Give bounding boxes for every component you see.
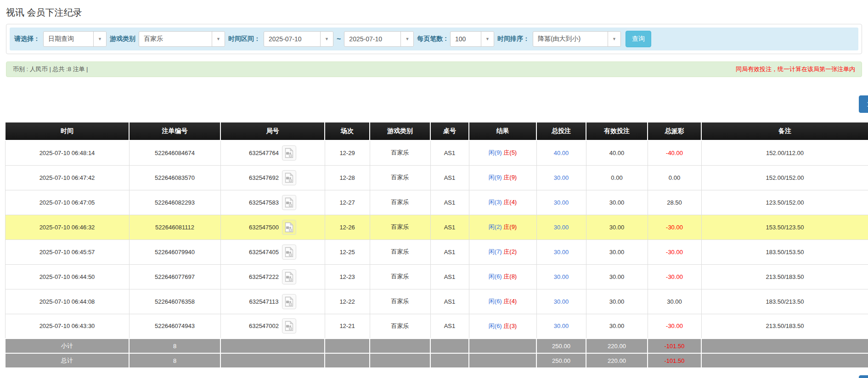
time-range-label: 时间区间： xyxy=(228,35,260,43)
video-record-button[interactable] xyxy=(282,195,296,210)
sort-order-select[interactable]: 降冪(由大到小) ▼ xyxy=(533,31,621,47)
video-record-button[interactable] xyxy=(282,269,296,284)
total-value-cell: 250.00 xyxy=(536,353,586,368)
date-to-value: 2025-07-10 xyxy=(344,32,400,46)
total-value-cell: 8 xyxy=(129,339,220,353)
total-label-cell: 小计 xyxy=(5,339,129,353)
game-type-cell: 百家乐 xyxy=(370,140,430,165)
video-record-icon xyxy=(284,296,294,307)
per-page-select[interactable]: 100 ▼ xyxy=(450,31,494,47)
chevron-down-icon[interactable]: ▼ xyxy=(93,32,106,46)
total-value-cell xyxy=(370,353,430,368)
table-no-cell: AS1 xyxy=(430,165,469,190)
valid-bet-cell: 30.00 xyxy=(586,239,648,264)
bet-id-cell: 522646083570 xyxy=(129,165,220,190)
total-bet-link[interactable]: 30.00 xyxy=(554,298,569,305)
video-record-button[interactable] xyxy=(282,294,296,309)
video-record-icon xyxy=(284,197,294,208)
payout-cell: -30.00 xyxy=(648,314,701,339)
video-record-button[interactable] xyxy=(282,245,296,260)
search-button[interactable]: 查询 xyxy=(626,31,651,47)
total-bet-cell: 40.00 xyxy=(536,140,586,165)
round-id-text: 632547500 xyxy=(249,224,279,231)
video-record-button[interactable] xyxy=(282,170,296,185)
video-record-icon xyxy=(284,222,294,233)
chevron-down-icon[interactable]: ▼ xyxy=(608,32,620,46)
result-banker-text: 庄(5) xyxy=(503,149,517,156)
table-no-cell: AS1 xyxy=(430,215,469,239)
round-id-text: 632547764 xyxy=(249,150,279,156)
column-header: 场次 xyxy=(325,122,370,140)
result-cell: 闲(6) 庄(3) xyxy=(469,314,536,339)
filter-type-select[interactable]: 日期查询 ▼ xyxy=(43,31,107,47)
round-id-cell: 632547002 xyxy=(220,314,325,339)
video-record-button[interactable] xyxy=(282,145,296,161)
round-id-cell: 632547405 xyxy=(220,239,325,264)
chevron-down-icon[interactable]: ▼ xyxy=(320,32,333,46)
round-id-cell: 632547764 xyxy=(220,140,325,165)
bet-record-row: 2025-07-10 06:45:57522646079940632547405… xyxy=(5,239,868,264)
table-no-cell: AS1 xyxy=(430,140,469,165)
date-from-input[interactable]: 2025-07-10 ▼ xyxy=(264,31,333,47)
result-cell: 闲(3) 庄(4) xyxy=(469,190,536,215)
valid-bet-cell: 30.00 xyxy=(586,314,648,339)
video-record-button[interactable] xyxy=(282,220,296,235)
round-id-cell: 632547222 xyxy=(220,264,325,289)
bet-record-row: 2025-07-10 06:48:14522646084674632547764… xyxy=(5,140,868,165)
note-cell: 213.50/183.50 xyxy=(701,264,868,289)
page-title: 视讯 会员下注纪录 xyxy=(6,6,868,19)
valid-bet-notice-text: 同局有效投注，统一计算在该局第一张注单内 xyxy=(736,65,855,73)
total-bet-link[interactable]: 30.00 xyxy=(554,224,569,231)
round-id-text: 632547222 xyxy=(249,273,279,280)
note-cell: 152.00/112.00 xyxy=(701,140,868,165)
game-type-cell: 百家乐 xyxy=(370,190,430,215)
result-cell: 闲(9) 庄(5) xyxy=(469,140,536,165)
chevron-down-icon[interactable]: ▼ xyxy=(481,32,494,46)
time-cell: 2025-07-10 06:47:42 xyxy=(5,165,129,190)
round-id-cell: 632547692 xyxy=(220,165,325,190)
table-header-row: 时间注单编号局号场次游戏类别桌号结果总投注有效投注总派彩备注 xyxy=(5,122,868,140)
game-type-cell: 百家乐 xyxy=(370,289,430,314)
date-to-input[interactable]: 2025-07-10 ▼ xyxy=(344,31,414,47)
video-record-icon xyxy=(284,321,294,331)
total-value-cell: 220.00 xyxy=(586,353,648,368)
video-record-button[interactable] xyxy=(282,318,296,334)
total-bet-link[interactable]: 30.00 xyxy=(554,199,569,206)
payout-cell: 30.00 xyxy=(648,289,701,314)
total-bet-cell: 30.00 xyxy=(536,190,586,215)
time-cell: 2025-07-10 06:48:14 xyxy=(5,140,129,165)
session-cell: 12-28 xyxy=(325,165,370,190)
pagination-page-button[interactable]: 1 xyxy=(859,95,868,113)
note-cell: 213.50/183.50 xyxy=(701,314,868,339)
note-cell: 123.50/152.00 xyxy=(701,190,868,215)
bet-record-row: 2025-07-10 06:46:32522646081112632547500… xyxy=(5,215,868,239)
column-header: 游戏类别 xyxy=(370,122,430,140)
chevron-down-icon[interactable]: ▼ xyxy=(400,32,413,46)
total-bet-link[interactable]: 40.00 xyxy=(554,150,569,156)
payout-cell: -30.00 xyxy=(648,215,701,239)
total-value-cell: 250.00 xyxy=(536,339,586,353)
currency-total-text: 币别 : 人民币 | 总共 :8 注单 | xyxy=(13,65,88,73)
table-no-cell: AS1 xyxy=(430,190,469,215)
total-bet-link[interactable]: 30.00 xyxy=(554,174,569,181)
round-id-cell: 632547583 xyxy=(220,190,325,215)
total-bet-link[interactable]: 30.00 xyxy=(554,273,569,280)
result-cell: 闲(7) 庄(2) xyxy=(469,239,536,264)
total-value-cell xyxy=(430,339,469,353)
pagination-page-button-bottom[interactable]: 1 xyxy=(859,375,868,378)
session-cell: 12-21 xyxy=(325,314,370,339)
payout-cell: -40.00 xyxy=(648,140,701,165)
bet-id-cell: 522646077697 xyxy=(129,264,220,289)
total-bet-link[interactable]: 30.00 xyxy=(554,249,569,256)
column-header: 总投注 xyxy=(536,122,586,140)
session-cell: 12-29 xyxy=(325,140,370,165)
total-bet-link[interactable]: 30.00 xyxy=(554,322,569,329)
chevron-down-icon[interactable]: ▼ xyxy=(212,32,225,46)
bet-record-row: 2025-07-10 06:44:08522646076358632547113… xyxy=(5,289,868,314)
round-id-text: 632547583 xyxy=(249,199,279,206)
round-id-wrap: 632547583 xyxy=(249,195,296,210)
sort-order-value: 降冪(由大到小) xyxy=(533,32,608,46)
round-id-cell: 632547113 xyxy=(220,289,325,314)
game-type-select[interactable]: 百家乐 ▼ xyxy=(139,31,225,47)
result-player-text: 闲(9) xyxy=(489,174,502,181)
